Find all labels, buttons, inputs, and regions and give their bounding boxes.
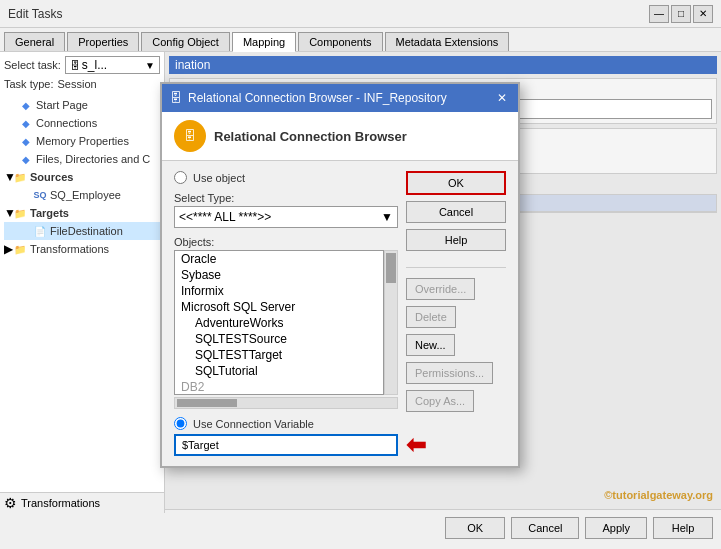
tree-item-sources[interactable]: ▼ 📁 Sources <box>4 168 160 186</box>
folder-icon: 📁 <box>12 241 28 257</box>
tab-general[interactable]: General <box>4 32 65 51</box>
h-scrollbar-thumb[interactable] <box>177 399 237 407</box>
relational-connection-browser-dialog: 🗄 Relational Connection Browser - INF_Re… <box>160 82 520 468</box>
tree-label: FileDestination <box>50 225 123 237</box>
select-task-row: Select task: 🗄 s_l... ▼ <box>4 56 160 74</box>
select-task-label: Select task: <box>4 59 61 71</box>
permissions-button[interactable]: Permissions... <box>406 362 493 384</box>
task-type-label: Task type: <box>4 78 54 90</box>
diamond-icon: ◆ <box>18 133 34 149</box>
list-item[interactable]: SQLTESTSource <box>175 331 383 347</box>
tree: ◆ Start Page ◆ Connections ◆ Memory Prop… <box>4 96 160 258</box>
main-content: Select task: 🗄 s_l... ▼ Task type: Sessi… <box>0 52 721 509</box>
tree-item-targets[interactable]: ▼ 📁 Targets <box>4 204 160 222</box>
task-type-row: Task type: Session <box>4 78 160 90</box>
tree-label: Start Page <box>36 99 88 111</box>
modal-header-title: Relational Connection Browser <box>214 129 407 144</box>
expand-icon: ▶ <box>4 242 12 256</box>
help-button[interactable]: Help <box>406 229 506 251</box>
ok-button[interactable]: OK <box>406 171 506 195</box>
expand-icon: ▼ <box>4 170 12 184</box>
override-button[interactable]: Override... <box>406 278 475 300</box>
transformations-label: Transformations <box>21 497 100 509</box>
tree-item-files-directories[interactable]: ◆ Files, Directories and C <box>4 150 160 168</box>
main-cancel-button[interactable]: Cancel <box>511 517 579 539</box>
modal-db-icon: 🗄 <box>174 120 206 152</box>
select-task-dropdown[interactable]: 🗄 s_l... ▼ <box>65 56 160 74</box>
connection-variable-input[interactable] <box>174 434 398 456</box>
list-item[interactable]: AdventureWorks <box>175 315 383 331</box>
window-title: Edit Tasks <box>8 7 62 21</box>
tree-item-memory-properties[interactable]: ◆ Memory Properties <box>4 132 160 150</box>
dropdown-arrow-icon: ▼ <box>381 210 393 224</box>
modal-title-icon: 🗄 <box>170 91 182 105</box>
select-type-label: Select Type: <box>174 192 398 204</box>
folder-icon: 📁 <box>12 169 28 185</box>
use-connection-variable-row: Use Connection Variable <box>174 417 398 430</box>
tab-bar: General Properties Config Object Mapping… <box>0 28 721 52</box>
left-panel: Select task: 🗄 s_l... ▼ Task type: Sessi… <box>0 52 165 509</box>
watermark: ©tutorialgateway.org <box>604 489 713 501</box>
tree-item-start-page[interactable]: ◆ Start Page <box>4 96 160 114</box>
bottom-bar: OK Cancel Apply Help <box>0 509 721 545</box>
list-item[interactable]: Sybase <box>175 267 383 283</box>
main-apply-button[interactable]: Apply <box>585 517 647 539</box>
close-button[interactable]: ✕ <box>693 5 713 23</box>
tab-components[interactable]: Components <box>298 32 382 51</box>
maximize-button[interactable]: □ <box>671 5 691 23</box>
diamond-icon: ◆ <box>18 115 34 131</box>
tree-label: Sources <box>30 171 73 183</box>
file-icon: 📄 <box>32 223 48 239</box>
select-task-arrow-icon: ▼ <box>145 60 155 71</box>
list-item[interactable]: SQLTutorial <box>175 363 383 379</box>
modal-title-text: 🗄 Relational Connection Browser - INF_Re… <box>170 91 447 105</box>
tree-item-transformations[interactable]: ▶ 📁 Transformations <box>4 240 160 258</box>
tree-label: Connections <box>36 117 97 129</box>
main-help-button[interactable]: Help <box>653 517 713 539</box>
tab-metadata-extensions[interactable]: Metadata Extensions <box>385 32 510 51</box>
tree-item-connections[interactable]: ◆ Connections <box>4 114 160 132</box>
use-connection-variable-radio[interactable] <box>174 417 187 430</box>
select-type-dropdown[interactable]: <<**** ALL ****>> ▼ <box>174 206 398 228</box>
modal-left-column: Use object Select Type: <<**** ALL ****>… <box>174 171 398 456</box>
horizontal-scrollbar[interactable] <box>174 397 398 409</box>
list-item[interactable]: DB2 <box>175 379 383 395</box>
right-panel-header: ination <box>169 56 717 74</box>
tree-item-file-destination[interactable]: ➤ 📄 FileDestination <box>4 222 160 240</box>
modal-title-bar: 🗄 Relational Connection Browser - INF_Re… <box>162 84 518 112</box>
objects-label: Objects: <box>174 236 398 248</box>
copy-as-button[interactable]: Copy As... <box>406 390 474 412</box>
objects-list-area: Oracle Sybase Informix Microsoft SQL Ser… <box>174 250 398 395</box>
diamond-icon: ◆ <box>18 151 34 167</box>
tab-config-object[interactable]: Config Object <box>141 32 230 51</box>
tree-item-sq-employee[interactable]: SQ SQ_Employee <box>4 186 160 204</box>
modal-body: Use object Select Type: <<**** ALL ****>… <box>162 161 518 466</box>
arrow-pointing-input-icon: ⬅ <box>406 431 426 459</box>
tree-label: Files, Directories and C <box>36 153 150 165</box>
list-item[interactable]: Informix <box>175 283 383 299</box>
diamond-icon: ◆ <box>18 97 34 113</box>
use-object-label: Use object <box>193 172 245 184</box>
tab-mapping[interactable]: Mapping <box>232 32 296 52</box>
modal-close-button[interactable]: ✕ <box>494 90 510 106</box>
list-item[interactable]: Microsoft SQL Server <box>175 299 383 315</box>
tree-label: Memory Properties <box>36 135 129 147</box>
new-button[interactable]: New... <box>406 334 455 356</box>
modal-header-section: 🗄 Relational Connection Browser <box>162 112 518 161</box>
list-scrollbar[interactable] <box>384 250 398 395</box>
scrollbar-thumb[interactable] <box>386 253 396 283</box>
list-item[interactable]: Oracle <box>175 251 383 267</box>
tree-label: SQ_Employee <box>50 189 121 201</box>
main-ok-button[interactable]: OK <box>445 517 505 539</box>
cancel-button[interactable]: Cancel <box>406 201 506 223</box>
use-object-radio[interactable] <box>174 171 187 184</box>
list-item[interactable]: SQLTESTTarget <box>175 347 383 363</box>
tab-properties[interactable]: Properties <box>67 32 139 51</box>
window-controls: — □ ✕ <box>649 5 713 23</box>
folder-icon: 📁 <box>12 205 28 221</box>
tree-label: Transformations <box>30 243 109 255</box>
transformations-bottom-bar: ⚙ Transformations <box>0 492 165 513</box>
objects-list[interactable]: Oracle Sybase Informix Microsoft SQL Ser… <box>174 250 384 395</box>
delete-button[interactable]: Delete <box>406 306 456 328</box>
minimize-button[interactable]: — <box>649 5 669 23</box>
